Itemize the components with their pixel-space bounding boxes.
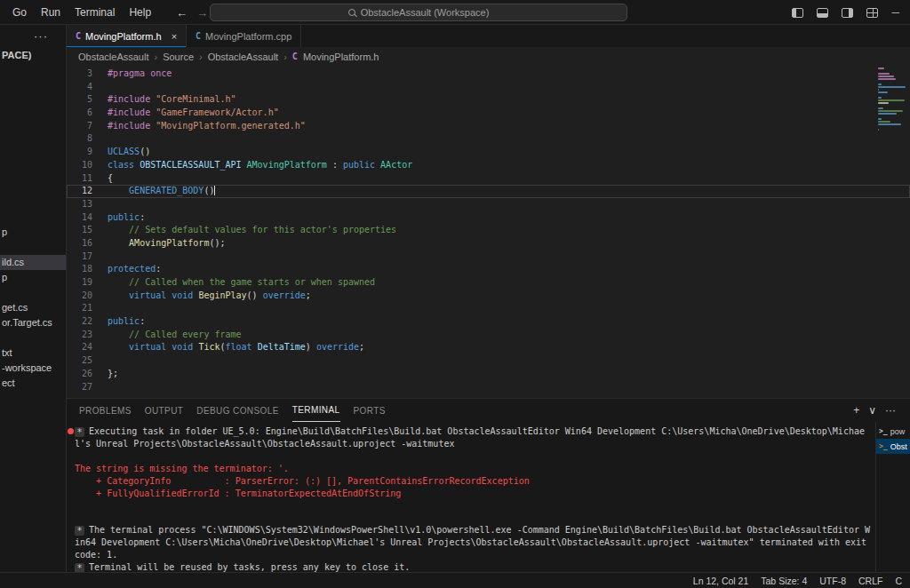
code-line[interactable]: 27 (67, 381, 910, 394)
terminal-tab-pow[interactable]: >_pow (876, 424, 910, 439)
title-bar: GoRunTerminalHelp ← → ObstacleAssault (W… (0, 0, 910, 25)
menu-help[interactable]: Help (122, 4, 158, 21)
panel-tab-ports[interactable]: PORTS (354, 399, 386, 422)
breadcrumb-file[interactable]: MovingPlatform.h (303, 52, 379, 62)
minimap-line (878, 110, 903, 112)
explorer-item[interactable]: ild.cs (0, 255, 66, 270)
tab-label: MovingPlatform.h (85, 31, 162, 42)
task-marker-icon: * (75, 427, 84, 437)
code-line[interactable]: 9UCLASS() (67, 146, 910, 159)
status-tab[interactable]: Tab Size: 4 (754, 576, 813, 586)
code-line[interactable]: 20 virtual void BeginPlay() override; (67, 290, 910, 303)
code-token: BeginPlay (198, 290, 246, 300)
code-token: public (343, 160, 375, 170)
minimap[interactable] (876, 68, 910, 134)
code-line[interactable]: 24 virtual void Tick(float DeltaTime) ov… (67, 341, 910, 354)
code-line[interactable]: 8 (67, 132, 910, 146)
editor-tab-bar: CMovingPlatform.h×CMovingPlatform.cpp (67, 25, 910, 47)
menu-run[interactable]: Run (34, 4, 68, 21)
panel-tab-debug-console[interactable]: DEBUG CONSOLE (196, 399, 278, 422)
breadcrumb-item[interactable]: ObstacleAssault (78, 52, 148, 62)
breadcrumb-item[interactable]: ObstacleAssault (208, 52, 278, 62)
tab-movingplatform.cpp[interactable]: CMovingPlatform.cpp (187, 25, 301, 47)
code-line[interactable]: 4 (67, 81, 910, 94)
code-line[interactable]: 16 AMovingPlatform(); (67, 237, 910, 250)
status-ln[interactable]: Ln 12, Col 21 (687, 576, 754, 586)
code-line[interactable]: 26}; (67, 368, 910, 381)
workbench-main: ··· PACE) pild.cspget.csor.Target.cstxt-… (0, 25, 910, 572)
status-crlf[interactable]: CRLF (852, 576, 889, 586)
code-line[interactable]: 23 // Called every frame (67, 329, 910, 342)
back-icon[interactable]: ← (176, 6, 188, 20)
tab-movingplatform.h[interactable]: CMovingPlatform.h× (67, 25, 187, 47)
code-line[interactable]: 10class OBSTACLEASSAULT_API AMovingPlatf… (67, 159, 910, 172)
code-line[interactable]: 5#include "CoreMinimal.h" (67, 93, 910, 107)
code-line[interactable]: 6#include "GameFramework/Actor.h" (67, 107, 910, 120)
code-token: OBSTACLEASSAULT_API (140, 160, 241, 170)
code-token: void (172, 290, 193, 300)
explorer-actions-icon[interactable]: ··· (34, 29, 48, 43)
code-token: ; (359, 342, 364, 352)
code-line[interactable]: 14public: (67, 211, 910, 225)
panel-tab-problems[interactable]: PROBLEMS (79, 399, 132, 422)
code-line[interactable]: 15 // Sets default values for this actor… (67, 224, 910, 237)
menu-terminal[interactable]: Terminal (68, 4, 122, 21)
code-token (108, 186, 129, 195)
layout-controls: ─ (792, 0, 899, 25)
explorer-item[interactable]: txt (0, 346, 66, 361)
terminal-output[interactable]: *Executing task in folder UE_5.0: Engine… (67, 422, 875, 572)
terminal-tab-Obst[interactable]: >_Obst (876, 439, 910, 454)
layout-panel-icon[interactable] (817, 8, 828, 18)
panel-tab-terminal[interactable]: TERMINAL (292, 399, 340, 422)
code-line[interactable]: 17 (67, 250, 910, 264)
code-token: AMovingPlatform (129, 238, 209, 248)
code-line[interactable]: 7#include "MovingPlatform.generated.h" (67, 120, 910, 133)
minimize-icon[interactable]: ─ (891, 6, 899, 19)
explorer-item[interactable]: get.cs (0, 300, 66, 315)
new-terminal-icon[interactable]: + (853, 404, 859, 417)
code-line[interactable]: 13 (67, 198, 910, 211)
panel-tab-output[interactable]: OUTPUT (145, 399, 184, 422)
explorer-item[interactable]: p (0, 225, 66, 240)
search-label: ObstacleAssault (Workspace) (361, 7, 490, 18)
code-editor[interactable]: 3#pragma once45#include "CoreMinimal.h"6… (67, 66, 910, 398)
code-line[interactable]: 21 (67, 302, 910, 315)
forward-icon[interactable]: → (196, 6, 208, 20)
layout-sidebar-right-icon[interactable] (842, 8, 853, 18)
explorer-item[interactable] (0, 285, 66, 300)
code-token: AMovingPlatform (247, 160, 327, 170)
layout-customize-icon[interactable] (866, 8, 878, 18)
code-line[interactable]: 25 (67, 354, 910, 368)
explorer-item[interactable]: p (0, 270, 66, 285)
terminal-picker-chevron-icon[interactable]: ∨ (868, 404, 876, 417)
code-line[interactable]: 11{ (67, 172, 910, 186)
explorer-item[interactable]: -workspace (0, 361, 66, 376)
code-token: : (156, 264, 161, 274)
line-number: 6 (67, 107, 92, 120)
explorer-item[interactable]: or.Target.cs (0, 315, 66, 330)
code-line[interactable]: 22public: (67, 315, 910, 329)
command-center-search[interactable]: ObstacleAssault (Workspace) (210, 4, 627, 21)
status-utf8[interactable]: UTF-8 (813, 576, 852, 586)
minimap-line (878, 78, 896, 80)
status-c[interactable]: C (889, 576, 908, 586)
code-line[interactable]: 12 GENERATED_BODY() (67, 185, 910, 198)
close-icon[interactable]: × (172, 31, 177, 42)
code-token: public (108, 212, 140, 222)
code-token: override (263, 290, 306, 300)
menu-go[interactable]: Go (5, 4, 34, 21)
line-number: 7 (67, 120, 92, 133)
explorer-item[interactable] (0, 330, 66, 346)
code-token (108, 342, 129, 352)
breadcrumb-item[interactable]: Source (163, 52, 194, 62)
code-line[interactable]: 18protected: (67, 263, 910, 276)
explorer-item[interactable] (0, 240, 66, 255)
terminal-icon: >_ (879, 427, 888, 435)
code-token: "MovingPlatform.generated.h" (156, 121, 306, 131)
layout-sidebar-left-icon[interactable] (792, 8, 803, 18)
explorer-item[interactable]: ect (0, 376, 66, 391)
code-line[interactable]: 19 // Called when the game starts or whe… (67, 276, 910, 290)
code-line[interactable]: 3#pragma once (67, 68, 910, 81)
file-type-icon: C (196, 31, 201, 41)
more-actions-icon[interactable]: ··· (885, 404, 896, 417)
